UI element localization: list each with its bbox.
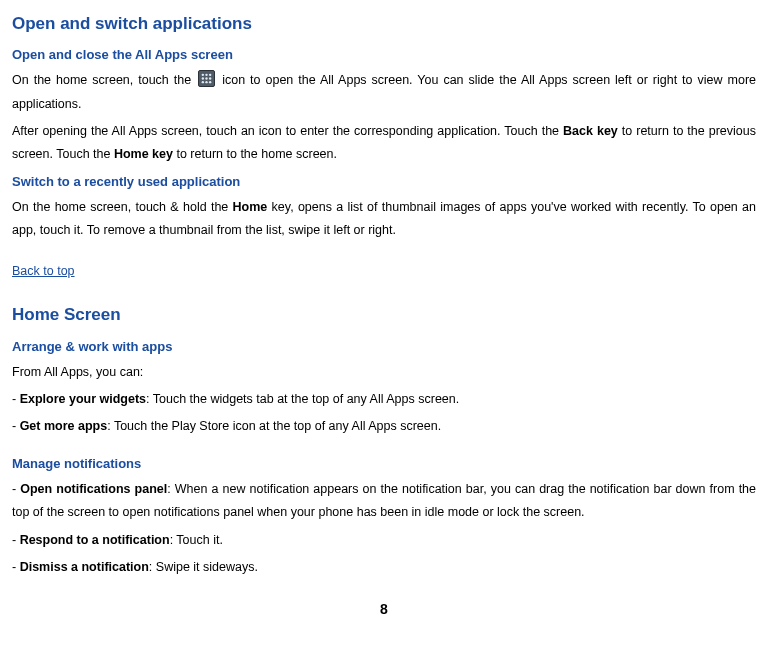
text-fragment: On the home screen, touch the	[12, 73, 196, 87]
subsection-open-close-all-apps: Open and close the All Apps screen	[12, 43, 756, 67]
bold-back-key: Back key	[563, 124, 618, 138]
svg-point-5	[209, 78, 211, 80]
svg-point-4	[205, 78, 207, 80]
svg-point-2	[209, 74, 211, 76]
bold-explore-widgets: Explore your widgets	[20, 392, 146, 406]
page-number: 8	[12, 597, 756, 623]
all-apps-icon	[198, 70, 215, 87]
svg-point-0	[202, 74, 204, 76]
text-fragment: After opening the All Apps screen, touch…	[12, 124, 563, 138]
list-item: - Respond to a notification: Touch it.	[12, 529, 756, 552]
bold-respond-notification: Respond to a notification	[20, 533, 170, 547]
section-title-open-switch: Open and switch applications	[12, 8, 756, 39]
bold-open-notifications: Open notifications panel	[20, 482, 167, 496]
svg-point-8	[209, 81, 211, 83]
text-fragment: : Touch the Play Store icon at the top o…	[107, 419, 441, 433]
list-item: - Get more apps: Touch the Play Store ic…	[12, 415, 756, 438]
list-item: - Dismiss a notification: Swipe it sidew…	[12, 556, 756, 579]
subsection-manage-notifications: Manage notifications	[12, 452, 756, 476]
list-item: - Open notifications panel: When a new n…	[12, 478, 756, 524]
subsection-switch-recent: Switch to a recently used application	[12, 170, 756, 194]
back-to-top-link[interactable]: Back to top	[12, 260, 75, 283]
bold-home: Home	[233, 200, 268, 214]
bold-dismiss-notification: Dismiss a notification	[20, 560, 149, 574]
text-fragment: to return to the home screen.	[173, 147, 337, 161]
text-fragment: : Touch the widgets tab at the top of an…	[146, 392, 459, 406]
svg-point-3	[202, 78, 204, 80]
text-fragment: : Touch it.	[170, 533, 223, 547]
list-item: - Explore your widgets: Touch the widget…	[12, 388, 756, 411]
subsection-arrange-work: Arrange & work with apps	[12, 335, 756, 359]
bold-home-key: Home key	[114, 147, 173, 161]
svg-point-1	[205, 74, 207, 76]
paragraph: On the home screen, touch the icon to op…	[12, 69, 756, 115]
paragraph: After opening the All Apps screen, touch…	[12, 120, 756, 166]
bold-get-more-apps: Get more apps	[20, 419, 108, 433]
text-fragment: : Swipe it sideways.	[149, 560, 258, 574]
text-fragment: On the home screen, touch & hold the	[12, 200, 233, 214]
svg-point-7	[205, 81, 207, 83]
paragraph-intro: From All Apps, you can:	[12, 361, 756, 384]
svg-point-6	[202, 81, 204, 83]
paragraph: On the home screen, touch & hold the Hom…	[12, 196, 756, 242]
section-title-home-screen: Home Screen	[12, 299, 756, 330]
